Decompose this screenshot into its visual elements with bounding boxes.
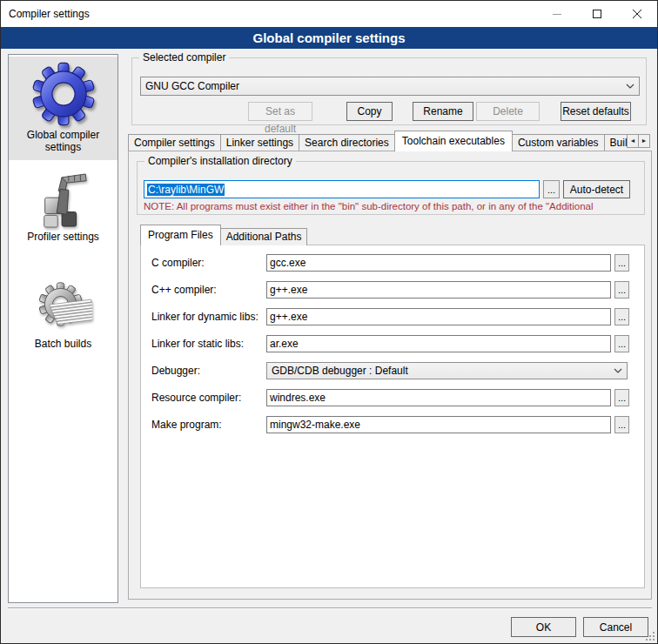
- caliper-blocks-icon: [37, 171, 91, 229]
- tab-build-options[interactable]: Build options: [604, 134, 628, 151]
- footer-divider: [8, 607, 652, 609]
- tab-toolchain-executables[interactable]: Toolchain executables: [394, 131, 513, 151]
- field-row-debugger: Debugger: GDB/CDB debugger : Default: [141, 362, 644, 379]
- c-compiler-label: C compiler:: [151, 254, 205, 272]
- field-row-dynamic-linker: Linker for dynamic libs: g++.exe ...: [141, 308, 644, 325]
- sidebar-item-batch-builds[interactable]: Batch builds: [9, 275, 118, 362]
- cpp-compiler-value: g++.exe: [270, 284, 307, 296]
- c-compiler-value: gcc.exe: [270, 257, 306, 269]
- install-dir-group: Compiler's installation directory C:\ray…: [137, 161, 645, 215]
- resource-compiler-input[interactable]: windres.exe: [266, 389, 611, 406]
- field-row-c-compiler: C compiler: gcc.exe ...: [141, 254, 644, 272]
- chevron-down-icon: [614, 368, 622, 373]
- field-row-make-program: Make program: mingw32-make.exe ...: [141, 416, 644, 433]
- chevron-down-icon: [626, 84, 634, 89]
- tab-scroll-left-button[interactable]: ◄: [627, 134, 639, 148]
- blue-gear-icon: [30, 61, 97, 127]
- static-linker-browse-button[interactable]: ...: [614, 335, 629, 352]
- resource-compiler-value: windres.exe: [270, 392, 326, 404]
- reset-defaults-button[interactable]: Reset defaults: [561, 102, 631, 121]
- debugger-value: GDB/CDB debugger : Default: [272, 365, 610, 377]
- dynamic-linker-value: g++.exe: [270, 311, 307, 323]
- install-dir-browse-button[interactable]: ...: [543, 180, 560, 198]
- rename-button[interactable]: Rename: [413, 102, 473, 121]
- cpp-compiler-browse-button[interactable]: ...: [614, 281, 629, 299]
- minimize-icon: [553, 10, 561, 18]
- cpp-compiler-label: C++ compiler:: [151, 281, 217, 299]
- sidebar-item-label: Batch builds: [9, 336, 118, 353]
- dynamic-linker-input[interactable]: g++.exe: [266, 308, 611, 325]
- tab-linker-settings[interactable]: Linker settings: [220, 134, 299, 151]
- selected-compiler-legend: Selected compiler: [139, 51, 229, 64]
- debugger-label: Debugger:: [151, 362, 200, 379]
- sidebar-item-global-compiler-settings[interactable]: Global compiler settings: [9, 57, 118, 160]
- dynamic-linker-label: Linker for dynamic libs:: [151, 308, 258, 325]
- copy-button[interactable]: Copy: [346, 102, 393, 121]
- compiler-select-value: GNU GCC Compiler: [145, 80, 622, 92]
- tab-additional-paths[interactable]: Additional Paths: [220, 228, 308, 245]
- tab-search-directories[interactable]: Search directories: [299, 134, 395, 151]
- make-program-label: Make program:: [151, 416, 222, 433]
- sidebar-item-profiler-settings[interactable]: Profiler settings: [9, 168, 118, 255]
- set-as-default-button[interactable]: Set as default: [248, 102, 312, 121]
- selected-compiler-group: Selected compiler GNU GCC Compiler Set a…: [131, 57, 647, 125]
- sidebar-item-label: Global compiler settings: [9, 127, 118, 157]
- auto-detect-button[interactable]: Auto-detect: [563, 180, 630, 198]
- static-linker-label: Linker for static libs:: [151, 335, 244, 352]
- program-files-page: C compiler: gcc.exe ... C++ compiler: g+…: [140, 245, 645, 588]
- c-compiler-input[interactable]: gcc.exe: [266, 254, 611, 272]
- compiler-select[interactable]: GNU GCC Compiler: [140, 77, 640, 96]
- resource-compiler-label: Resource compiler:: [151, 389, 241, 406]
- install-dir-value: C:\raylib\MinGW: [147, 184, 225, 196]
- make-program-browse-button[interactable]: ...: [614, 416, 629, 433]
- debugger-select[interactable]: GDB/CDB debugger : Default: [266, 362, 628, 379]
- gray-gear-stack-icon: [35, 278, 92, 336]
- main-tab-strip: Compiler settings Linker settings Search…: [128, 131, 628, 151]
- cpp-compiler-input[interactable]: g++.exe: [266, 281, 611, 299]
- make-program-input[interactable]: mingw32-make.exe: [266, 416, 611, 433]
- tab-custom-variables[interactable]: Custom variables: [512, 134, 605, 151]
- compiler-settings-dialog: Compiler settings Global compiler settin…: [0, 0, 658, 644]
- tab-scroll-arrows: ◄ ►: [628, 134, 650, 148]
- install-dir-input[interactable]: C:\raylib\MinGW: [144, 180, 540, 198]
- dynamic-linker-browse-button[interactable]: ...: [614, 308, 629, 325]
- install-dir-legend: Compiler's installation directory: [144, 155, 296, 167]
- sidebar-item-label: Profiler settings: [9, 229, 118, 246]
- delete-button[interactable]: Delete: [476, 102, 540, 121]
- window-controls: [537, 1, 657, 27]
- settings-category-list: Global compiler settings Profiler s: [8, 54, 118, 603]
- make-program-value: mingw32-make.exe: [270, 419, 360, 431]
- resource-compiler-browse-button[interactable]: ...: [614, 389, 629, 406]
- maximize-icon: [593, 10, 601, 18]
- window-title: Compiler settings: [9, 8, 90, 20]
- ok-button[interactable]: OK: [511, 617, 576, 637]
- close-button[interactable]: [617, 1, 657, 27]
- c-compiler-browse-button[interactable]: ...: [614, 254, 629, 272]
- sub-tab-strip: Program Files Additional Paths: [140, 225, 401, 245]
- tab-compiler-settings[interactable]: Compiler settings: [128, 134, 221, 151]
- field-row-resource-compiler: Resource compiler: windres.exe ...: [141, 389, 644, 406]
- tab-program-files[interactable]: Program Files: [140, 225, 221, 245]
- close-icon: [633, 10, 641, 18]
- cancel-button[interactable]: Cancel: [583, 617, 648, 637]
- static-linker-input[interactable]: ar.exe: [266, 335, 611, 352]
- minimize-button[interactable]: [537, 1, 577, 27]
- resize-grip[interactable]: [646, 632, 655, 641]
- field-row-cpp-compiler: C++ compiler: g++.exe ...: [141, 281, 644, 299]
- maximize-button[interactable]: [577, 1, 617, 27]
- page-title: Global compiler settings: [1, 27, 657, 49]
- static-linker-value: ar.exe: [270, 338, 299, 350]
- titlebar[interactable]: Compiler settings: [1, 1, 657, 27]
- install-dir-note: NOTE: All programs must exist either in …: [144, 201, 640, 211]
- tab-scroll-right-button[interactable]: ►: [638, 134, 650, 148]
- field-row-static-linker: Linker for static libs: ar.exe ...: [141, 335, 644, 352]
